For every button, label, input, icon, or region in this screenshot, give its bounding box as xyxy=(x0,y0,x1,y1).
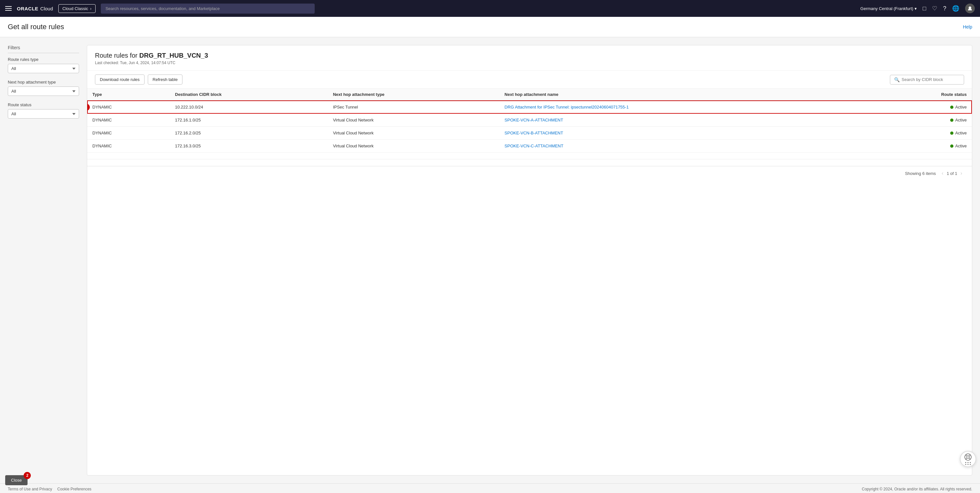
cell-next-hop-type: Virtual Cloud Network xyxy=(328,114,499,127)
footer-links: Terms of Use and Privacy Cookie Preferen… xyxy=(8,487,91,491)
cell-next-hop-name: SPOKE-VCN-B-ATTACHMENT xyxy=(500,127,872,139)
search-cidr-input[interactable] xyxy=(902,77,960,82)
page-title: Get all route rules xyxy=(8,23,64,31)
svg-point-7 xyxy=(966,462,966,463)
terms-link[interactable]: Terms of Use and Privacy xyxy=(8,487,52,491)
page-nav: ‹ 1 of 1 › xyxy=(940,170,964,177)
status-dot-active xyxy=(950,106,953,109)
status-text: Active xyxy=(955,130,967,135)
last-checked: Last checked: Tue, Jun 4, 2024, 14:07:54… xyxy=(95,60,964,65)
hamburger-menu[interactable] xyxy=(5,6,12,11)
status-text: Active xyxy=(955,105,967,109)
route-status-select[interactable]: All Active Blackhole xyxy=(8,109,79,119)
svg-line-5 xyxy=(969,455,970,456)
help-link[interactable]: Help xyxy=(963,24,972,30)
cell-type: 1 DYNAMIC xyxy=(87,100,170,114)
route-rules-type-select[interactable]: All Static Dynamic xyxy=(8,64,79,73)
filters-title: Filters xyxy=(8,45,79,53)
footer: Terms of Use and Privacy Cookie Preferen… xyxy=(0,483,980,493)
download-route-rules-button[interactable]: Download route rules xyxy=(95,75,145,84)
cell-cidr: 172.16.3.0/25 xyxy=(170,139,328,152)
content-header: Route rules for DRG_RT_HUB_VCN_3 Last ch… xyxy=(87,45,972,71)
global-search-input[interactable] xyxy=(101,3,315,14)
route-rules-title: Route rules for DRG_RT_HUB_VCN_3 xyxy=(95,52,964,59)
cell-next-hop-type: IPSec Tunnel xyxy=(328,100,499,114)
svg-line-4 xyxy=(969,458,970,459)
status-text: Active xyxy=(955,117,967,122)
cell-next-hop-name: SPOKE-VCN-A-ATTACHMENT xyxy=(500,114,872,127)
cell-status: Active xyxy=(872,100,972,114)
next-hop-link-3[interactable]: SPOKE-VCN-B-ATTACHMENT xyxy=(504,130,563,135)
table-row-empty-1 xyxy=(87,152,972,159)
cell-cidr: 172.16.2.0/25 xyxy=(170,127,328,139)
next-hop-link-2[interactable]: SPOKE-VCN-A-ATTACHMENT xyxy=(504,117,563,122)
table-header-row: Type Destination CIDR block Next hop att… xyxy=(87,89,972,100)
status-dot-active xyxy=(950,119,953,122)
col-type: Type xyxy=(87,89,170,100)
copyright-text: Copyright © 2024, Oracle and/or its affi… xyxy=(862,487,972,491)
sidebar-filters: Filters Route rules type All Static Dyna… xyxy=(8,45,79,476)
route-status-filter: Route status All Active Blackhole xyxy=(8,102,79,119)
code-icon[interactable]: □ xyxy=(923,5,926,12)
svg-point-12 xyxy=(970,464,971,465)
col-next-hop-type: Next hop attachment type xyxy=(328,89,499,100)
next-hop-link-4[interactable]: SPOKE-VCN-C-ATTACHMENT xyxy=(504,144,563,148)
search-cidr-container: 🔍 xyxy=(890,75,964,84)
table-row: 1 DYNAMIC 10.222.10.0/24 IPSec Tunnel DR… xyxy=(87,100,972,114)
search-icon: 🔍 xyxy=(894,77,900,82)
main-layout: Filters Route rules type All Static Dyna… xyxy=(0,37,980,483)
cell-status: Active xyxy=(872,127,972,139)
user-avatar[interactable] xyxy=(965,3,975,13)
region-selector[interactable]: Germany Central (Frankfurt) ▾ xyxy=(861,6,917,11)
status-dot-active xyxy=(950,132,953,135)
drg-name: DRG_RT_HUB_VCN_3 xyxy=(139,52,208,59)
next-page-button[interactable]: › xyxy=(959,170,964,177)
pagination-bar: Showing 6 items ‹ 1 of 1 › xyxy=(87,166,972,180)
next-hop-type-select[interactable]: All Virtual Cloud Network IPSec Tunnel R… xyxy=(8,87,79,96)
cloud-classic-label: Cloud Classic xyxy=(62,6,88,11)
cloud-text: Cloud xyxy=(40,6,53,11)
region-label: Germany Central (Frankfurt) xyxy=(861,6,913,11)
toolbar: Download route rules Refresh table 🔍 xyxy=(87,71,972,89)
close-badge-wrap: 2 Close xyxy=(5,475,27,485)
content-area: Route rules for DRG_RT_HUB_VCN_3 Last ch… xyxy=(87,45,972,476)
help-widget[interactable] xyxy=(960,451,976,467)
svg-point-9 xyxy=(970,462,971,463)
nav-right: Germany Central (Frankfurt) ▾ □ ♡ ? 🌐 xyxy=(861,3,975,13)
table-row-empty-2 xyxy=(87,159,972,166)
col-cidr: Destination CIDR block xyxy=(170,89,328,100)
route-rules-prefix: Route rules for xyxy=(95,52,139,59)
route-rules-table: Type Destination CIDR block Next hop att… xyxy=(87,89,972,166)
refresh-table-button[interactable]: Refresh table xyxy=(148,75,183,84)
globe-icon[interactable]: 🌐 xyxy=(952,5,959,12)
col-next-hop-name: Next hop attachment name xyxy=(500,89,872,100)
cell-next-hop-name: SPOKE-VCN-C-ATTACHMENT xyxy=(500,139,872,152)
cookies-link[interactable]: Cookie Preferences xyxy=(57,487,91,491)
row-badge-1: 1 xyxy=(87,104,90,111)
help-icon[interactable]: ? xyxy=(943,5,946,12)
cell-next-hop-type: Virtual Cloud Network xyxy=(328,127,499,139)
next-hop-link-1[interactable]: DRG Attachment for IPSec Tunnel: ipsectu… xyxy=(504,105,629,109)
oracle-text: ORACLE xyxy=(17,6,38,11)
bell-icon[interactable]: ♡ xyxy=(932,5,937,12)
table-header: Type Destination CIDR block Next hop att… xyxy=(87,89,972,100)
svg-point-8 xyxy=(968,462,969,463)
next-hop-type-filter: Next hop attachment type All Virtual Clo… xyxy=(8,80,79,96)
route-status-label: Route status xyxy=(8,102,79,107)
svg-line-3 xyxy=(966,455,967,456)
status-dot-active xyxy=(950,144,953,148)
help-widget-inner xyxy=(964,453,972,465)
svg-point-10 xyxy=(966,464,966,465)
svg-line-6 xyxy=(966,458,967,459)
page-header: Get all route rules Help xyxy=(0,17,980,37)
next-hop-type-label: Next hop attachment type xyxy=(8,80,79,84)
close-area: 2 Close xyxy=(5,475,27,485)
cloud-classic-button[interactable]: Cloud Classic › xyxy=(58,4,96,13)
oracle-logo: ORACLE Cloud xyxy=(17,6,53,11)
table-row: DYNAMIC 172.16.2.0/25 Virtual Cloud Netw… xyxy=(87,127,972,139)
svg-point-11 xyxy=(968,464,969,465)
prev-page-button[interactable]: ‹ xyxy=(940,170,945,177)
cell-next-hop-name: DRG Attachment for IPSec Tunnel: ipsectu… xyxy=(500,100,872,114)
cell-status: Active xyxy=(872,114,972,127)
route-rules-type-filter: Route rules type All Static Dynamic xyxy=(8,57,79,73)
